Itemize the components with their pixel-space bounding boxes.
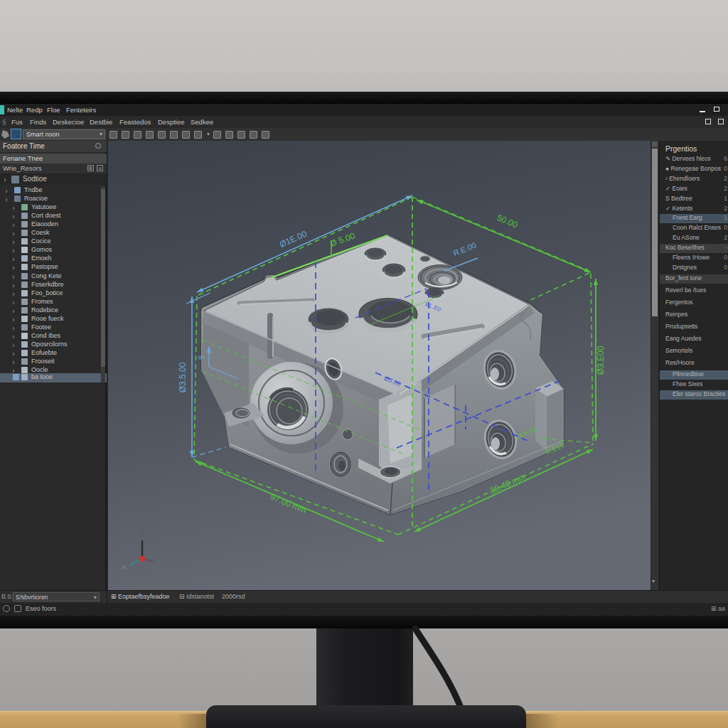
svg-text:Ø3.5.00: Ø3.5.00 [178, 362, 188, 392]
svg-text:7: 7 [139, 530, 144, 539]
svg-text:A: A [122, 564, 127, 571]
svg-text:9: 9 [198, 355, 205, 360]
svg-text:Ø3.E00: Ø3.E00 [596, 346, 606, 375]
